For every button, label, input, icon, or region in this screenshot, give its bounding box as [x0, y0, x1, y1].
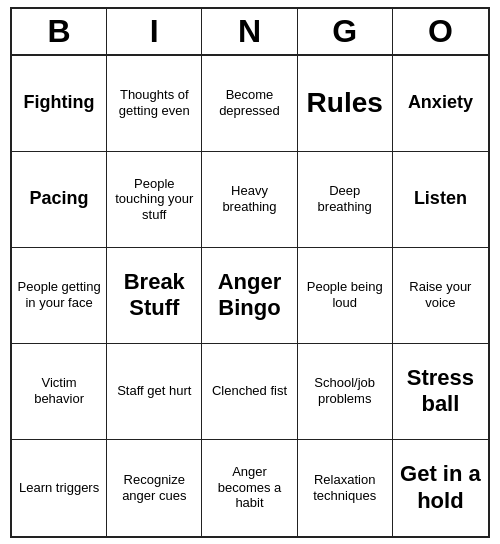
bingo-cell-21: Recognize anger cues [107, 440, 202, 536]
bingo-cell-10: People getting in your face [12, 248, 107, 344]
bingo-cell-18: School/job problems [298, 344, 393, 440]
bingo-cell-20: Learn triggers [12, 440, 107, 536]
bingo-cell-1: Thoughts of getting even [107, 56, 202, 152]
bingo-cell-11: Break Stuff [107, 248, 202, 344]
bingo-cell-9: Listen [393, 152, 488, 248]
bingo-card: BINGO FightingThoughts of getting evenBe… [10, 7, 490, 538]
bingo-cell-19: Stress ball [393, 344, 488, 440]
bingo-cell-0: Fighting [12, 56, 107, 152]
header-letter-B: B [12, 9, 107, 54]
bingo-cell-22: Anger becomes a habit [202, 440, 297, 536]
bingo-cell-17: Clenched fist [202, 344, 297, 440]
bingo-cell-24: Get in a hold [393, 440, 488, 536]
bingo-cell-3: Rules [298, 56, 393, 152]
bingo-cell-2: Become depressed [202, 56, 297, 152]
header-letter-O: O [393, 9, 488, 54]
header-letter-G: G [298, 9, 393, 54]
bingo-grid: FightingThoughts of getting evenBecome d… [12, 56, 488, 536]
bingo-cell-23: Relaxation techniques [298, 440, 393, 536]
bingo-cell-6: People touching your stuff [107, 152, 202, 248]
bingo-cell-8: Deep breathing [298, 152, 393, 248]
bingo-cell-7: Heavy breathing [202, 152, 297, 248]
bingo-header: BINGO [12, 9, 488, 56]
header-letter-I: I [107, 9, 202, 54]
bingo-cell-16: Staff get hurt [107, 344, 202, 440]
bingo-cell-12: Anger Bingo [202, 248, 297, 344]
bingo-cell-15: Victim behavior [12, 344, 107, 440]
bingo-cell-5: Pacing [12, 152, 107, 248]
header-letter-N: N [202, 9, 297, 54]
bingo-cell-13: People being loud [298, 248, 393, 344]
bingo-cell-4: Anxiety [393, 56, 488, 152]
bingo-cell-14: Raise your voice [393, 248, 488, 344]
